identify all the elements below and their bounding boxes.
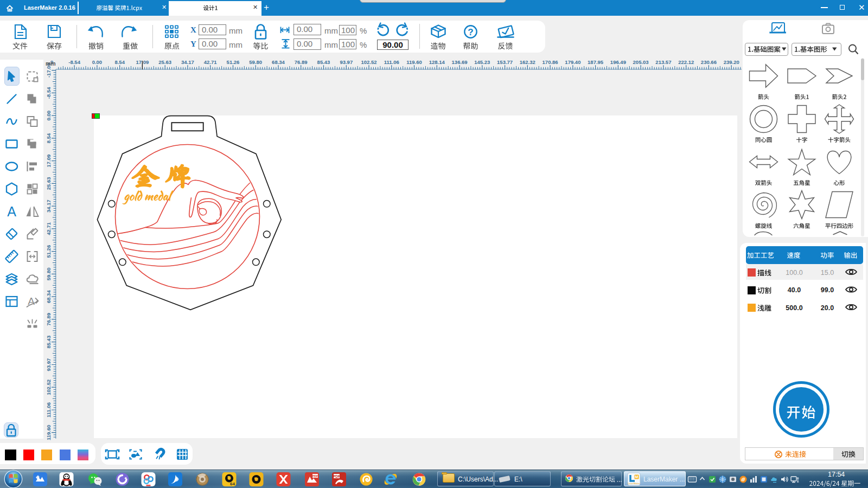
- svg-text:-8.54: -8.54: [68, 59, 80, 65]
- svg-text:68.34: 68.34: [272, 59, 285, 65]
- svg-text:85.43: 85.43: [46, 336, 52, 349]
- svg-text:93.97: 93.97: [340, 59, 353, 65]
- svg-text:0.00: 0.00: [46, 111, 52, 121]
- svg-text:51.26: 51.26: [227, 59, 240, 65]
- svg-text:179.40: 179.40: [565, 59, 580, 65]
- svg-text:M: M: [635, 475, 639, 479]
- svg-text:102.52: 102.52: [46, 380, 52, 395]
- svg-text:128.14: 128.14: [429, 59, 445, 65]
- svg-text:76.89: 76.89: [46, 313, 52, 326]
- svg-text:205.03: 205.03: [633, 59, 649, 65]
- svg-text:162.32: 162.32: [520, 59, 535, 65]
- svg-text:68.34: 68.34: [46, 290, 52, 303]
- svg-text:0.00: 0.00: [92, 59, 103, 65]
- svg-text:153.77: 153.77: [497, 59, 513, 65]
- svg-text:-8.54: -8.54: [46, 87, 52, 99]
- svg-text:59.80: 59.80: [46, 268, 52, 281]
- svg-text:PDF: PDF: [312, 474, 318, 478]
- svg-text:17.09: 17.09: [46, 155, 52, 168]
- svg-text:59.80: 59.80: [249, 59, 262, 65]
- svg-text:119.60: 119.60: [406, 59, 422, 65]
- svg-text:25.63: 25.63: [158, 59, 171, 65]
- svg-text:8.54: 8.54: [46, 133, 52, 143]
- svg-text:187.95: 187.95: [588, 59, 604, 65]
- svg-text:239.20: 239.20: [724, 59, 739, 65]
- svg-text:42.71: 42.71: [204, 59, 217, 65]
- svg-text:93.97: 93.97: [46, 358, 52, 371]
- svg-text:85.43: 85.43: [317, 59, 330, 65]
- svg-text:102.52: 102.52: [361, 59, 376, 65]
- svg-text:42.71: 42.71: [46, 222, 52, 235]
- svg-text:196.49: 196.49: [610, 59, 626, 65]
- svg-text:A: A: [7, 204, 16, 219]
- svg-text:51.26: 51.26: [46, 245, 52, 258]
- svg-text:76.89: 76.89: [295, 59, 308, 65]
- svg-text:230.66: 230.66: [701, 59, 717, 65]
- svg-text:170.86: 170.86: [542, 59, 558, 65]
- svg-text:mm: mm: [46, 60, 56, 67]
- svg-text:145.23: 145.23: [474, 59, 490, 65]
- svg-text:34.17: 34.17: [46, 200, 52, 213]
- svg-text:119.60: 119.60: [46, 425, 52, 440]
- svg-text:LaserMaker: LaserMaker: [628, 482, 640, 485]
- svg-text:136.69: 136.69: [452, 59, 468, 65]
- svg-text:64: 64: [230, 481, 235, 486]
- svg-text:34.17: 34.17: [181, 59, 194, 65]
- svg-text:?: ?: [468, 27, 473, 37]
- svg-text:8.54: 8.54: [114, 59, 125, 65]
- svg-text:25.63: 25.63: [46, 177, 52, 190]
- svg-text:213.57: 213.57: [655, 59, 671, 65]
- svg-text:PDF: PDF: [333, 474, 340, 478]
- svg-text:111.06: 111.06: [384, 59, 399, 65]
- svg-text:222.12: 222.12: [678, 59, 694, 65]
- svg-text:111.06: 111.06: [46, 402, 52, 418]
